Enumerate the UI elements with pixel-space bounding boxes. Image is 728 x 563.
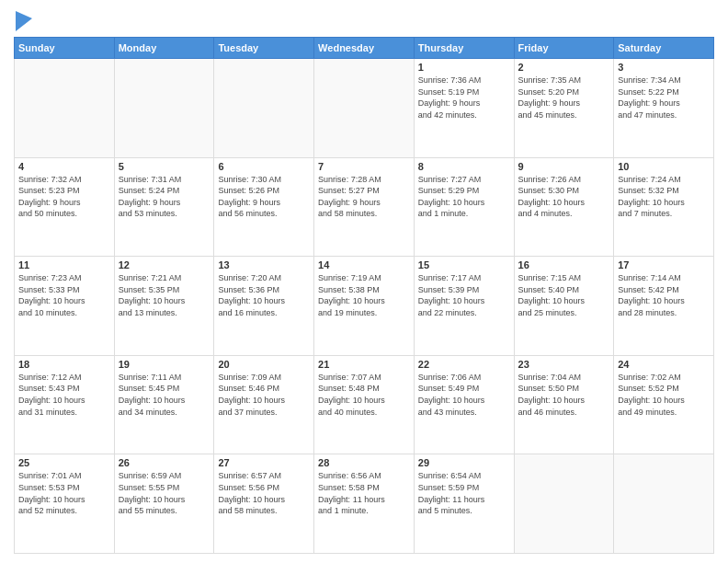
day-number: 9 — [518, 161, 610, 172]
day-number: 1 — [418, 62, 510, 73]
calendar-cell: 14Sunrise: 7:19 AM Sunset: 5:38 PM Dayli… — [314, 257, 415, 356]
day-info: Sunrise: 7:19 AM Sunset: 5:38 PM Dayligh… — [318, 272, 410, 318]
calendar-cell: 17Sunrise: 7:14 AM Sunset: 5:42 PM Dayli… — [614, 257, 714, 356]
day-info: Sunrise: 6:57 AM Sunset: 5:56 PM Dayligh… — [218, 470, 310, 516]
calendar-header-thursday: Thursday — [414, 38, 514, 59]
day-info: Sunrise: 7:14 AM Sunset: 5:42 PM Dayligh… — [618, 272, 710, 318]
day-info: Sunrise: 7:15 AM Sunset: 5:40 PM Dayligh… — [518, 272, 610, 318]
calendar-header-sunday: Sunday — [15, 38, 115, 59]
day-info: Sunrise: 7:32 AM Sunset: 5:23 PM Dayligh… — [18, 174, 110, 220]
day-number: 15 — [418, 259, 510, 270]
day-info: Sunrise: 7:31 AM Sunset: 5:24 PM Dayligh… — [119, 174, 210, 220]
calendar-header-saturday: Saturday — [614, 38, 714, 59]
day-number: 6 — [218, 161, 310, 172]
calendar-cell: 22Sunrise: 7:06 AM Sunset: 5:49 PM Dayli… — [414, 355, 514, 454]
calendar-cell: 21Sunrise: 7:07 AM Sunset: 5:48 PM Dayli… — [314, 355, 415, 454]
day-info: Sunrise: 7:04 AM Sunset: 5:50 PM Dayligh… — [518, 372, 610, 418]
day-number: 27 — [218, 457, 310, 468]
calendar-cell: 7Sunrise: 7:28 AM Sunset: 5:27 PM Daylig… — [314, 157, 415, 257]
calendar-cell — [314, 59, 415, 158]
day-number: 13 — [218, 259, 310, 270]
calendar-cell — [514, 454, 614, 554]
day-info: Sunrise: 7:02 AM Sunset: 5:52 PM Dayligh… — [618, 372, 710, 418]
calendar-header-monday: Monday — [114, 38, 214, 59]
logo-icon — [16, 11, 32, 31]
calendar-cell — [214, 59, 314, 158]
calendar-week-row: 18Sunrise: 7:12 AM Sunset: 5:43 PM Dayli… — [15, 355, 714, 454]
logo — [14, 13, 32, 31]
calendar-cell — [114, 59, 214, 158]
calendar-cell: 12Sunrise: 7:21 AM Sunset: 5:35 PM Dayli… — [114, 257, 214, 356]
day-info: Sunrise: 7:36 AM Sunset: 5:19 PM Dayligh… — [418, 75, 510, 121]
header — [14, 9, 714, 31]
calendar-cell: 25Sunrise: 7:01 AM Sunset: 5:53 PM Dayli… — [15, 454, 115, 554]
calendar-cell: 28Sunrise: 6:56 AM Sunset: 5:58 PM Dayli… — [314, 454, 415, 554]
day-info: Sunrise: 7:23 AM Sunset: 5:33 PM Dayligh… — [18, 272, 110, 318]
calendar-week-row: 1Sunrise: 7:36 AM Sunset: 5:19 PM Daylig… — [15, 59, 714, 158]
calendar-cell: 3Sunrise: 7:34 AM Sunset: 5:22 PM Daylig… — [614, 59, 714, 158]
day-info: Sunrise: 7:11 AM Sunset: 5:45 PM Dayligh… — [119, 372, 210, 418]
calendar-cell: 2Sunrise: 7:35 AM Sunset: 5:20 PM Daylig… — [514, 59, 614, 158]
calendar-header-row: SundayMondayTuesdayWednesdayThursdayFrid… — [15, 38, 714, 59]
day-info: Sunrise: 7:34 AM Sunset: 5:22 PM Dayligh… — [618, 75, 710, 121]
day-info: Sunrise: 7:07 AM Sunset: 5:48 PM Dayligh… — [318, 372, 410, 418]
day-info: Sunrise: 7:06 AM Sunset: 5:49 PM Dayligh… — [418, 372, 510, 418]
calendar-cell: 19Sunrise: 7:11 AM Sunset: 5:45 PM Dayli… — [114, 355, 214, 454]
day-number: 24 — [618, 359, 710, 370]
day-number: 4 — [18, 161, 110, 172]
day-number: 29 — [418, 457, 510, 468]
day-number: 19 — [119, 359, 210, 370]
calendar-cell: 23Sunrise: 7:04 AM Sunset: 5:50 PM Dayli… — [514, 355, 614, 454]
day-number: 18 — [18, 359, 110, 370]
day-number: 8 — [418, 161, 510, 172]
calendar-cell: 5Sunrise: 7:31 AM Sunset: 5:24 PM Daylig… — [114, 157, 214, 257]
day-info: Sunrise: 6:56 AM Sunset: 5:58 PM Dayligh… — [318, 470, 410, 516]
calendar-cell: 6Sunrise: 7:30 AM Sunset: 5:26 PM Daylig… — [214, 157, 314, 257]
calendar-cell: 15Sunrise: 7:17 AM Sunset: 5:39 PM Dayli… — [414, 257, 514, 356]
calendar-header-tuesday: Tuesday — [214, 38, 314, 59]
day-number: 23 — [518, 359, 610, 370]
calendar-cell: 1Sunrise: 7:36 AM Sunset: 5:19 PM Daylig… — [414, 59, 514, 158]
calendar-cell: 13Sunrise: 7:20 AM Sunset: 5:36 PM Dayli… — [214, 257, 314, 356]
day-number: 12 — [119, 259, 210, 270]
day-number: 26 — [119, 457, 210, 468]
calendar-cell: 16Sunrise: 7:15 AM Sunset: 5:40 PM Dayli… — [514, 257, 614, 356]
day-info: Sunrise: 7:35 AM Sunset: 5:20 PM Dayligh… — [518, 75, 610, 121]
calendar-cell: 10Sunrise: 7:24 AM Sunset: 5:32 PM Dayli… — [614, 157, 714, 257]
calendar-header-friday: Friday — [514, 38, 614, 59]
day-number: 3 — [618, 62, 710, 73]
page: SundayMondayTuesdayWednesdayThursdayFrid… — [0, 0, 728, 563]
day-info: Sunrise: 7:17 AM Sunset: 5:39 PM Dayligh… — [418, 272, 510, 318]
calendar-table: SundayMondayTuesdayWednesdayThursdayFrid… — [14, 37, 714, 554]
day-info: Sunrise: 7:26 AM Sunset: 5:30 PM Dayligh… — [518, 174, 610, 220]
day-number: 11 — [18, 259, 110, 270]
calendar-cell: 29Sunrise: 6:54 AM Sunset: 5:59 PM Dayli… — [414, 454, 514, 554]
calendar-week-row: 4Sunrise: 7:32 AM Sunset: 5:23 PM Daylig… — [15, 157, 714, 257]
day-number: 25 — [18, 457, 110, 468]
day-info: Sunrise: 7:12 AM Sunset: 5:43 PM Dayligh… — [18, 372, 110, 418]
day-info: Sunrise: 7:30 AM Sunset: 5:26 PM Dayligh… — [218, 174, 310, 220]
day-number: 17 — [618, 259, 710, 270]
calendar-cell: 27Sunrise: 6:57 AM Sunset: 5:56 PM Dayli… — [214, 454, 314, 554]
day-info: Sunrise: 7:09 AM Sunset: 5:46 PM Dayligh… — [218, 372, 310, 418]
calendar-cell — [614, 454, 714, 554]
calendar-cell: 4Sunrise: 7:32 AM Sunset: 5:23 PM Daylig… — [15, 157, 115, 257]
calendar-cell — [15, 59, 115, 158]
day-info: Sunrise: 7:21 AM Sunset: 5:35 PM Dayligh… — [119, 272, 210, 318]
day-number: 5 — [119, 161, 210, 172]
day-number: 21 — [318, 359, 410, 370]
day-number: 14 — [318, 259, 410, 270]
day-info: Sunrise: 7:01 AM Sunset: 5:53 PM Dayligh… — [18, 470, 110, 516]
day-number: 10 — [618, 161, 710, 172]
day-info: Sunrise: 7:28 AM Sunset: 5:27 PM Dayligh… — [318, 174, 410, 220]
calendar-cell: 8Sunrise: 7:27 AM Sunset: 5:29 PM Daylig… — [414, 157, 514, 257]
day-number: 2 — [518, 62, 610, 73]
calendar-cell: 20Sunrise: 7:09 AM Sunset: 5:46 PM Dayli… — [214, 355, 314, 454]
calendar-cell: 24Sunrise: 7:02 AM Sunset: 5:52 PM Dayli… — [614, 355, 714, 454]
day-number: 22 — [418, 359, 510, 370]
day-number: 20 — [218, 359, 310, 370]
day-info: Sunrise: 7:20 AM Sunset: 5:36 PM Dayligh… — [218, 272, 310, 318]
calendar-week-row: 11Sunrise: 7:23 AM Sunset: 5:33 PM Dayli… — [15, 257, 714, 356]
svg-marker-0 — [16, 11, 32, 31]
calendar-cell: 11Sunrise: 7:23 AM Sunset: 5:33 PM Dayli… — [15, 257, 115, 356]
